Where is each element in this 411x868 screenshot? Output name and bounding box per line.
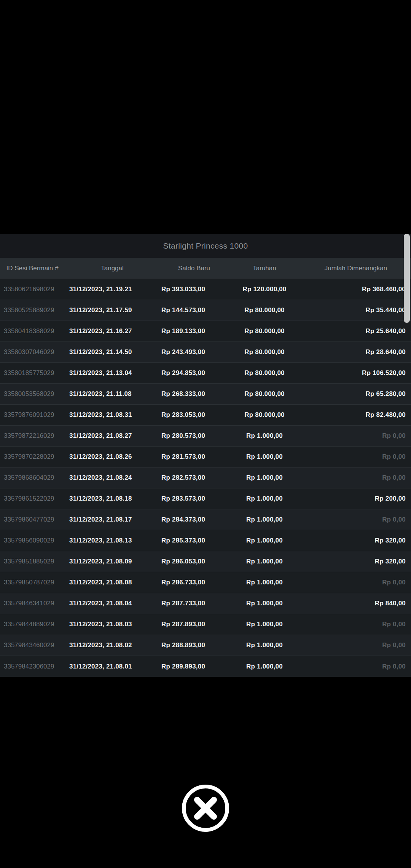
win-amount-cell: Rp 28.640,00 bbox=[301, 348, 411, 356]
date-cell: 31/12/2023, 21.08.27 bbox=[65, 432, 160, 440]
date-cell: 31/12/2023, 21.08.17 bbox=[65, 516, 160, 523]
date-cell: 31/12/2023, 21.11.08 bbox=[65, 390, 160, 398]
win-amount-cell: Rp 0,00 bbox=[301, 663, 411, 670]
session-id-cell: 33579850787029 bbox=[0, 579, 65, 586]
win-amount-cell: Rp 25.640,00 bbox=[301, 327, 411, 335]
date-cell: 31/12/2023, 21.08.31 bbox=[65, 411, 160, 419]
win-amount-cell: Rp 0,00 bbox=[301, 516, 411, 523]
date-cell: 31/12/2023, 21.14.50 bbox=[65, 348, 160, 356]
balance-cell: Rp 294.853,00 bbox=[160, 369, 228, 377]
bet-cell: Rp 1.000,00 bbox=[228, 621, 301, 628]
date-cell: 31/12/2023, 21.08.03 bbox=[65, 621, 160, 628]
table-row: 3357984634102931/12/2023, 21.08.04Rp 287… bbox=[0, 593, 411, 614]
balance-cell: Rp 281.573,00 bbox=[160, 453, 228, 461]
close-icon bbox=[182, 784, 229, 832]
game-history-modal: Starlight Princess 1000 ID Sesi Bermain … bbox=[0, 234, 411, 677]
session-id-cell: 33579872216029 bbox=[0, 432, 65, 440]
balance-cell: Rp 189.133,00 bbox=[160, 327, 228, 335]
balance-cell: Rp 268.333,00 bbox=[160, 390, 228, 398]
bet-cell: Rp 1.000,00 bbox=[228, 432, 301, 440]
table-row: 3357985188502931/12/2023, 21.08.09Rp 286… bbox=[0, 551, 411, 572]
bet-cell: Rp 1.000,00 bbox=[228, 641, 301, 649]
scrollbar-thumb[interactable] bbox=[404, 234, 410, 323]
session-id-cell: 33580053568029 bbox=[0, 390, 65, 398]
column-header-win: Jumlah Dimenangkan bbox=[301, 265, 411, 272]
win-amount-cell: Rp 0,00 bbox=[301, 579, 411, 586]
bet-cell: Rp 1.000,00 bbox=[228, 558, 301, 565]
table-row: 3357987022802931/12/2023, 21.08.26Rp 281… bbox=[0, 447, 411, 468]
table-row: 3357984346002931/12/2023, 21.08.02Rp 288… bbox=[0, 635, 411, 656]
balance-cell: Rp 283.053,00 bbox=[160, 411, 228, 419]
table-row: 3357987609102931/12/2023, 21.08.31Rp 283… bbox=[0, 405, 411, 426]
session-id-cell: 33579870228029 bbox=[0, 453, 65, 461]
session-id-cell: 33579843460029 bbox=[0, 641, 65, 649]
table-row: 3358005356802931/12/2023, 21.11.08Rp 268… bbox=[0, 384, 411, 405]
session-id-cell: 33580185775029 bbox=[0, 369, 65, 377]
balance-cell: Rp 288.893,00 bbox=[160, 641, 228, 649]
date-cell: 31/12/2023, 21.08.02 bbox=[65, 641, 160, 649]
date-cell: 31/12/2023, 21.13.04 bbox=[65, 369, 160, 377]
session-id-cell: 33579876091029 bbox=[0, 411, 65, 419]
session-id-cell: 33580307046029 bbox=[0, 348, 65, 356]
date-cell: 31/12/2023, 21.08.26 bbox=[65, 453, 160, 461]
date-cell: 31/12/2023, 21.08.01 bbox=[65, 663, 160, 670]
balance-cell: Rp 283.573,00 bbox=[160, 495, 228, 503]
table-row: 3357986860402931/12/2023, 21.08.24Rp 282… bbox=[0, 468, 411, 488]
date-cell: 31/12/2023, 21.16.27 bbox=[65, 327, 160, 335]
date-cell: 31/12/2023, 21.08.24 bbox=[65, 474, 160, 482]
balance-cell: Rp 284.373,00 bbox=[160, 516, 228, 523]
balance-cell: Rp 286.053,00 bbox=[160, 558, 228, 565]
win-amount-cell: Rp 106.520,00 bbox=[301, 369, 411, 377]
screen-background: Starlight Princess 1000 ID Sesi Bermain … bbox=[0, 0, 411, 868]
bet-cell: Rp 1.000,00 bbox=[228, 474, 301, 482]
session-id-cell: 33580621698029 bbox=[0, 286, 65, 293]
session-id-cell: 33579851885029 bbox=[0, 558, 65, 565]
column-header-balance: Saldo Baru bbox=[160, 265, 228, 272]
table-row: 3357986152202931/12/2023, 21.08.18Rp 283… bbox=[0, 488, 411, 509]
balance-cell: Rp 289.893,00 bbox=[160, 663, 228, 670]
balance-cell: Rp 243.493,00 bbox=[160, 348, 228, 356]
win-amount-cell: Rp 0,00 bbox=[301, 453, 411, 461]
session-id-cell: 33579844889029 bbox=[0, 621, 65, 628]
win-amount-cell: Rp 35.440,00 bbox=[301, 306, 411, 314]
balance-cell: Rp 287.733,00 bbox=[160, 600, 228, 607]
balance-cell: Rp 287.893,00 bbox=[160, 621, 228, 628]
bet-cell: Rp 1.000,00 bbox=[228, 600, 301, 607]
bet-cell: Rp 80.000,00 bbox=[228, 306, 301, 314]
win-amount-cell: Rp 0,00 bbox=[301, 641, 411, 649]
table-row: 3358041838802931/12/2023, 21.16.27Rp 189… bbox=[0, 321, 411, 342]
bet-cell: Rp 80.000,00 bbox=[228, 411, 301, 419]
bet-cell: Rp 1.000,00 bbox=[228, 663, 301, 670]
table-body: 3358062169802931/12/2023, 21.19.21Rp 393… bbox=[0, 279, 411, 677]
bet-cell: Rp 1.000,00 bbox=[228, 495, 301, 503]
balance-cell: Rp 282.573,00 bbox=[160, 474, 228, 482]
balance-cell: Rp 393.033,00 bbox=[160, 286, 228, 293]
win-amount-cell: Rp 200,00 bbox=[301, 495, 411, 503]
game-title: Starlight Princess 1000 bbox=[163, 241, 248, 251]
date-cell: 31/12/2023, 21.19.21 bbox=[65, 286, 160, 293]
session-id-cell: 33579846341029 bbox=[0, 600, 65, 607]
column-header-bet: Taruhan bbox=[228, 265, 301, 272]
win-amount-cell: Rp 0,00 bbox=[301, 621, 411, 628]
date-cell: 31/12/2023, 21.08.08 bbox=[65, 579, 160, 586]
modal-title-bar: Starlight Princess 1000 bbox=[0, 234, 411, 258]
table-row: 3358018577502931/12/2023, 21.13.04Rp 294… bbox=[0, 363, 411, 384]
balance-cell: Rp 280.573,00 bbox=[160, 432, 228, 440]
table-row: 3357984488902931/12/2023, 21.08.03Rp 287… bbox=[0, 614, 411, 635]
bet-cell: Rp 1.000,00 bbox=[228, 516, 301, 523]
session-id-cell: 33579856090029 bbox=[0, 537, 65, 544]
balance-cell: Rp 286.733,00 bbox=[160, 579, 228, 586]
win-amount-cell: Rp 0,00 bbox=[301, 474, 411, 482]
bet-cell: Rp 80.000,00 bbox=[228, 327, 301, 335]
win-amount-cell: Rp 320,00 bbox=[301, 558, 411, 565]
bet-cell: Rp 1.000,00 bbox=[228, 537, 301, 544]
bet-cell: Rp 1.000,00 bbox=[228, 453, 301, 461]
table-row: 3357986047702931/12/2023, 21.08.17Rp 284… bbox=[0, 509, 411, 530]
table-row: 3357987221602931/12/2023, 21.08.27Rp 280… bbox=[0, 426, 411, 447]
table-row: 3357985078702931/12/2023, 21.08.08Rp 286… bbox=[0, 572, 411, 593]
date-cell: 31/12/2023, 21.17.59 bbox=[65, 306, 160, 314]
balance-cell: Rp 285.373,00 bbox=[160, 537, 228, 544]
date-cell: 31/12/2023, 21.08.13 bbox=[65, 537, 160, 544]
table-row: 3357985609002931/12/2023, 21.08.13Rp 285… bbox=[0, 530, 411, 551]
close-button[interactable] bbox=[182, 784, 229, 832]
